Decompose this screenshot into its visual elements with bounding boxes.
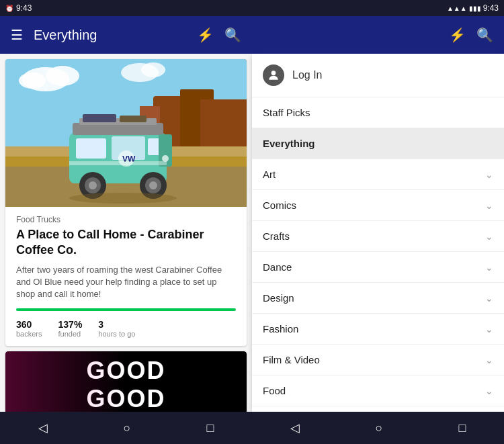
menu-item-games[interactable]: Games⌄ [252, 406, 504, 412]
card-body: Food Trucks A Place to Call Home - Carab… [5, 207, 247, 346]
back-button[interactable]: ◁ [22, 415, 64, 441]
menu-item-film-and-video[interactable]: Film & Video⌄ [252, 345, 504, 375]
menu-login-header[interactable]: Log In [252, 54, 504, 97]
account-icon [263, 64, 284, 86]
flash-icon[interactable]: ⚡ [197, 27, 214, 43]
menu-item-label: Staff Picks [263, 107, 310, 118]
menu-icon[interactable]: ☰ [11, 27, 23, 43]
menu-item-design[interactable]: Design⌄ [252, 283, 504, 314]
main-area: ☰ Everything ⚡ 🔍 [0, 16, 504, 444]
preview-overlay [5, 351, 126, 412]
menu-item-comics[interactable]: Comics⌄ [252, 190, 504, 221]
chevron-down-icon: ⌄ [485, 324, 493, 335]
svg-point-5 [141, 62, 165, 77]
app-bar-title: Everything [34, 28, 186, 43]
stat-hours-label: hours to go [98, 330, 135, 338]
svg-point-27 [89, 181, 97, 189]
status-bar-right: ▲▲▲ ▮▮▮ 9:43 [447, 3, 499, 13]
svg-rect-17 [120, 116, 146, 122]
menu-item-label: Crafts [263, 230, 290, 242]
menu-item-label: Film & Video [263, 354, 320, 365]
battery-icon: ▮▮▮ [469, 5, 481, 12]
svg-rect-16 [83, 114, 116, 122]
card-stats: 360 backers 137% funded 3 hours to go [16, 319, 236, 338]
preview-card-image: GOODGOOD [5, 351, 247, 412]
chevron-down-icon: ⌄ [485, 169, 493, 180]
svg-rect-9 [200, 99, 247, 146]
card-category: Food Trucks [16, 215, 236, 224]
svg-point-3 [19, 73, 46, 89]
right-flash-icon[interactable]: ⚡ [449, 27, 466, 43]
card-description: After two years of roaming the west Cara… [16, 264, 236, 301]
chevron-down-icon: ⌄ [485, 355, 493, 365]
stat-hours: 3 hours to go [98, 319, 135, 338]
progress-bar-container [16, 308, 236, 311]
chevron-down-icon: ⌄ [485, 262, 493, 273]
chevron-down-icon: ⌄ [485, 200, 493, 211]
login-label: Log In [292, 69, 322, 81]
menu-item-everything[interactable]: Everything [252, 128, 504, 159]
home-button[interactable]: ○ [108, 416, 147, 441]
svg-point-33 [271, 71, 276, 75]
nav-bar: ◁ ○ □ [0, 412, 252, 444]
left-panel: ☰ Everything ⚡ 🔍 [0, 16, 252, 444]
stat-backers-value: 360 [16, 319, 42, 330]
right-panel: ⚡ 🔍 Log In Staff PicksEverythingArt⌄Comi… [252, 16, 504, 444]
menu-items-list: Staff PicksEverythingArt⌄Comics⌄Crafts⌄D… [252, 97, 504, 412]
svg-rect-18 [76, 138, 106, 159]
menu-item-label: Fashion [263, 323, 298, 335]
right-search-icon[interactable]: 🔍 [476, 27, 493, 43]
progress-bar-fill [16, 308, 236, 311]
right-nav-bar: ◁ ○ □ [252, 412, 504, 444]
right-home-button[interactable]: ○ [360, 416, 399, 441]
chevron-down-icon: ⌄ [485, 293, 493, 304]
right-app-bar: ⚡ 🔍 [252, 16, 504, 54]
right-recents-button[interactable]: □ [443, 416, 482, 441]
svg-point-30 [149, 181, 157, 189]
time-right: 9:43 [483, 3, 499, 13]
svg-rect-31 [69, 161, 167, 165]
menu-item-food[interactable]: Food⌄ [252, 375, 504, 406]
menu-item-staff-picks[interactable]: Staff Picks [252, 97, 504, 128]
menu-item-label: Everything [263, 138, 315, 149]
menu-item-label: Food [263, 385, 286, 396]
menu-item-label: Design [263, 292, 294, 304]
recents-button[interactable]: □ [191, 416, 230, 441]
svg-point-24 [162, 155, 169, 162]
status-bar-left: ⏰ 9:43 [5, 3, 32, 13]
card-title: A Place to Call Home - Carabiner Coffee … [16, 227, 236, 259]
time-left: 9:43 [16, 3, 32, 13]
stat-hours-value: 3 [98, 319, 135, 330]
stat-funded-label: funded [58, 330, 83, 338]
svg-point-32 [69, 193, 177, 204]
svg-rect-20 [148, 138, 160, 155]
stat-backers: 360 backers [16, 319, 42, 338]
preview-card: GOODGOOD [5, 351, 247, 412]
menu-item-label: Art [263, 169, 276, 180]
dropdown-menu: Log In Staff PicksEverythingArt⌄Comics⌄C… [252, 54, 504, 412]
menu-item-art[interactable]: Art⌄ [252, 159, 504, 190]
stat-backers-label: backers [16, 330, 42, 338]
alarm-icon: ⏰ [5, 5, 13, 12]
menu-item-label: Dance [263, 261, 292, 273]
status-bar: ⏰ 9:43 ▲▲▲ ▮▮▮ 9:43 [0, 0, 504, 16]
menu-item-crafts[interactable]: Crafts⌄ [252, 221, 504, 252]
search-icon[interactable]: 🔍 [224, 27, 241, 43]
chevron-down-icon: ⌄ [485, 231, 493, 242]
main-card: VW [5, 59, 247, 346]
card-image: VW [5, 59, 247, 207]
app-bar: ☰ Everything ⚡ 🔍 [0, 16, 252, 54]
svg-point-2 [46, 66, 79, 86]
menu-item-dance[interactable]: Dance⌄ [252, 252, 504, 283]
menu-item-fashion[interactable]: Fashion⌄ [252, 314, 504, 345]
stat-funded-value: 137% [58, 319, 83, 330]
signal-icon: ▲▲▲ [447, 5, 467, 12]
right-back-button[interactable]: ◁ [274, 415, 316, 441]
menu-item-label: Comics [263, 199, 296, 211]
content-scroll[interactable]: VW [0, 54, 252, 412]
stat-funded: 137% funded [58, 319, 83, 338]
chevron-down-icon: ⌄ [485, 386, 493, 396]
